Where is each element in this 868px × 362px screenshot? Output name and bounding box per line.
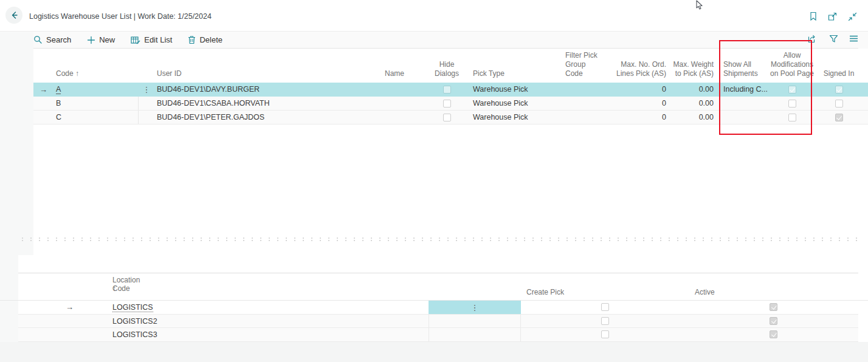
column-header-pick-type[interactable]: Pick Type: [467, 69, 562, 78]
create-pick-checkbox[interactable]: [601, 303, 609, 311]
hide-dialogs-checkbox[interactable]: [443, 114, 451, 121]
bookmark-icon[interactable]: [809, 12, 818, 21]
cell-signed-in[interactable]: [817, 86, 861, 94]
selected-row-arrow-icon: →: [66, 302, 74, 312]
active-checkbox[interactable]: [770, 303, 777, 311]
cell-signed-in[interactable]: [817, 114, 861, 121]
bottom-strip: [0, 342, 868, 362]
collapse-icon[interactable]: [848, 12, 857, 21]
row-context-menu-spacer: [138, 97, 155, 110]
cell-user-id[interactable]: BUD46-DEV1\CSABA.HORVATH: [155, 99, 383, 108]
cell-show-all-shipments[interactable]: Including C...: [716, 85, 767, 94]
list-options-icon[interactable]: [849, 34, 858, 43]
column-header-code[interactable]: Code ↑: [53, 69, 138, 78]
share-icon[interactable]: [808, 34, 818, 43]
column-header-signed-in[interactable]: Signed In: [817, 69, 861, 78]
cell-max-no-ord-lines-pick[interactable]: 0: [602, 113, 669, 121]
search-label: Search: [46, 35, 71, 44]
cell-active[interactable]: [770, 317, 777, 327]
selected-row-arrow-icon: →: [33, 85, 53, 94]
table-row-user-b[interactable]: B BUD46-DEV1\CSABA.HORVATH Warehouse Pic…: [33, 97, 868, 111]
column-header-filter-pick-group-code[interactable]: Filter Pick Group Code: [562, 51, 602, 78]
cell-signed-in[interactable]: [817, 100, 861, 108]
active-checkbox[interactable]: [770, 330, 777, 338]
cell-allow-modifications[interactable]: [767, 86, 817, 94]
open-in-new-window-icon[interactable]: [828, 12, 838, 21]
column-header-active[interactable]: Active: [695, 288, 715, 296]
delete-label: Delete: [199, 35, 222, 44]
table-row-user-c[interactable]: C BUD46-DEV1\PETER.GAJDOS Warehouse Pick…: [33, 111, 868, 125]
page-title: Logistics Warehouse User List | Work Dat…: [29, 12, 212, 21]
sort-ascending-icon: ↑: [112, 284, 116, 293]
cell-spacer: [429, 328, 521, 341]
column-header-user-id[interactable]: User ID: [155, 69, 383, 78]
filter-icon[interactable]: [829, 34, 838, 43]
cell-max-no-ord-lines-pick[interactable]: 0: [602, 99, 669, 108]
cell-hide-dialogs[interactable]: [427, 100, 467, 108]
cell-spacer: [429, 315, 521, 328]
cell-allow-modifications[interactable]: [767, 114, 817, 121]
cell-user-id[interactable]: BUD46-DEV1\PETER.GAJDOS: [155, 113, 383, 121]
cell-max-weight-to-pick[interactable]: 0.00: [669, 99, 716, 108]
cell-location-code[interactable]: LOGISTICS3: [112, 330, 157, 339]
cell-create-pick[interactable]: [601, 303, 609, 313]
user-table-header: Code ↑ User ID Name Hide Dialogs Pick Ty…: [33, 49, 868, 83]
cell-hide-dialogs[interactable]: [427, 114, 467, 121]
search-icon: [33, 35, 43, 44]
column-header-name[interactable]: Name: [383, 69, 427, 78]
cell-max-no-ord-lines-pick[interactable]: 0: [602, 85, 669, 94]
cell-max-weight-to-pick[interactable]: 0.00: [669, 113, 716, 121]
edit-list-button[interactable]: Edit List: [131, 35, 172, 44]
cell-location-code[interactable]: LOGISTICS2: [112, 317, 157, 326]
column-header-show-all-shipments[interactable]: Show All Shipments: [716, 60, 767, 78]
cell-pick-type[interactable]: Warehouse Pick: [467, 85, 562, 94]
cell-create-pick[interactable]: [601, 330, 609, 340]
allow-modifications-checkbox[interactable]: [788, 86, 796, 94]
cell-user-id[interactable]: BUD46-DEV1\DAVY.BURGER: [155, 85, 383, 94]
cell-code[interactable]: C: [53, 113, 138, 121]
cell-code[interactable]: A: [53, 85, 138, 94]
cell-allow-modifications[interactable]: [767, 100, 817, 108]
table-row-location-logistics3[interactable]: LOGISTICS3: [18, 328, 858, 342]
search-button[interactable]: Search: [33, 35, 71, 44]
allow-modifications-checkbox[interactable]: [788, 114, 796, 121]
cell-active[interactable]: [770, 303, 777, 313]
focused-cell[interactable]: ⋮: [429, 301, 521, 314]
row-context-menu-icon[interactable]: ⋮: [471, 303, 479, 312]
table-row-location-logistics2[interactable]: LOGISTICS2: [18, 315, 858, 328]
signed-in-checkbox[interactable]: [835, 100, 843, 108]
trash-icon: [188, 35, 196, 44]
hide-dialogs-checkbox[interactable]: [443, 100, 451, 108]
cell-code[interactable]: B: [53, 99, 138, 108]
cell-pick-type[interactable]: Warehouse Pick: [467, 99, 562, 108]
column-header-create-pick[interactable]: Create Pick: [526, 288, 564, 296]
cell-pick-type[interactable]: Warehouse Pick: [467, 113, 562, 121]
resize-divider[interactable]: [18, 237, 863, 241]
create-pick-checkbox[interactable]: [601, 330, 609, 338]
create-pick-checkbox[interactable]: [601, 317, 609, 325]
cell-active[interactable]: [770, 330, 777, 340]
column-header-allow-modifications[interactable]: Allow Modifications on Pool Page: [767, 51, 817, 78]
signed-in-checkbox[interactable]: [835, 86, 843, 94]
hide-dialogs-checkbox[interactable]: [443, 86, 451, 94]
cell-location-code[interactable]: LOGISTICS: [112, 303, 153, 312]
tabs-underline: [18, 273, 858, 273]
allow-modifications-checkbox[interactable]: [788, 100, 796, 108]
new-button[interactable]: New: [87, 35, 115, 44]
back-button[interactable]: [5, 7, 22, 24]
column-header-hide-dialogs[interactable]: Hide Dialogs: [427, 60, 467, 78]
cell-hide-dialogs[interactable]: [427, 86, 467, 94]
delete-button[interactable]: Delete: [188, 35, 222, 44]
cell-create-pick[interactable]: [601, 317, 609, 327]
sort-ascending-icon: ↑: [75, 69, 79, 78]
signed-in-checkbox[interactable]: [835, 114, 843, 121]
row-context-menu-icon[interactable]: ⋮: [138, 85, 155, 94]
edit-list-icon: [131, 36, 140, 44]
column-header-max-weight-to-pick[interactable]: Max. Weight to Pick (AS): [669, 60, 716, 78]
cell-max-weight-to-pick[interactable]: 0.00: [669, 85, 716, 94]
table-row-user-a[interactable]: → A ⋮ BUD46-DEV1\DAVY.BURGER Warehouse P…: [33, 83, 868, 97]
column-header-max-no-ord-lines-pick[interactable]: Max. No. Ord. Lines Pick (AS): [602, 60, 669, 78]
locations-part-header: Locations Manage: [0, 258, 868, 273]
active-checkbox[interactable]: [770, 317, 777, 325]
table-row-location-logistics[interactable]: → LOGISTICS ⋮: [18, 301, 858, 315]
